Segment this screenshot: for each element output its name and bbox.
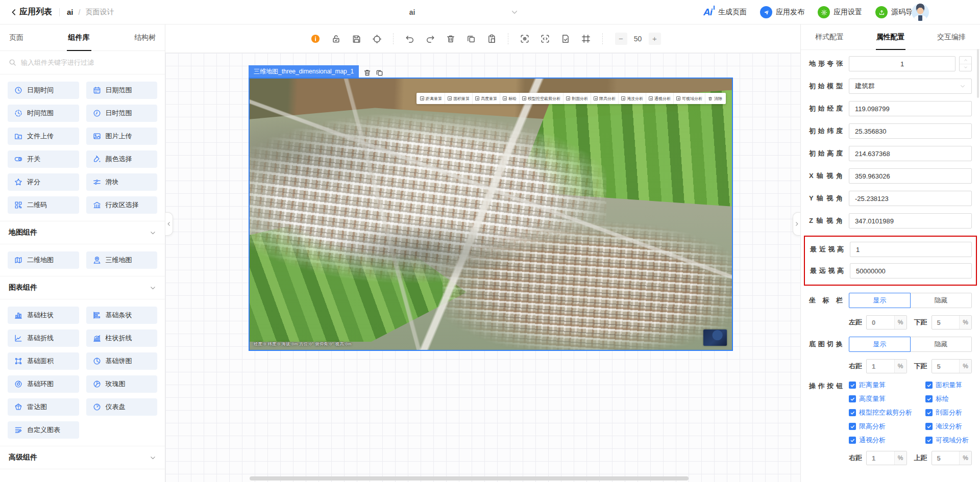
zoom-in-button[interactable]: +: [649, 33, 661, 45]
component-chip[interactable]: 基础环图: [8, 375, 79, 393]
frame-button[interactable]: [581, 34, 591, 43]
panel-scrollbar[interactable]: [977, 49, 979, 98]
map-tool-0[interactable]: 距离量算: [418, 93, 445, 104]
component-chip[interactable]: 柱状折线: [86, 329, 158, 347]
offset-input[interactable]: 5%: [932, 359, 972, 373]
sidebar-tab-1[interactable]: 组件库: [68, 24, 90, 51]
map-tool-9[interactable]: 可视域分析: [673, 93, 705, 104]
field-input[interactable]: 1: [850, 242, 972, 257]
action-checkbox-高度量算[interactable]: 高度量算: [849, 394, 925, 403]
component-chip[interactable]: 滑块: [86, 173, 158, 191]
section-header-1[interactable]: 图表组件: [0, 276, 165, 299]
component-chip[interactable]: 日期范围: [86, 82, 158, 99]
three-d-map-component[interactable]: 距离量算面积量算高度量算标绘模型挖空裁剪分析剖面分析限高分析淹没分析通视分析可视…: [249, 78, 733, 351]
design-canvas[interactable]: 三维地图_three_dimensional_map_1: [165, 53, 800, 482]
map-tool-10[interactable]: 清除: [705, 93, 725, 104]
component-chip[interactable]: 颜色选择: [86, 150, 158, 168]
avatar[interactable]: [912, 4, 929, 21]
info-button[interactable]: [311, 34, 320, 43]
page-select-dropdown[interactable]: ai: [306, 0, 518, 24]
map-tool-4[interactable]: 模型挖空裁剪分析: [519, 93, 563, 104]
field-input[interactable]: 214.637368: [849, 146, 972, 161]
back-button[interactable]: 应用列表: [10, 7, 52, 17]
paste-button[interactable]: [487, 34, 496, 43]
component-chip[interactable]: 文件上传: [8, 128, 79, 145]
number-stepper[interactable]: [959, 56, 972, 71]
component-chip[interactable]: 二维地图: [8, 251, 79, 269]
header-action-1[interactable]: 应用发布: [760, 6, 804, 18]
offset-input[interactable]: 0%: [866, 315, 907, 329]
field-input[interactable]: 1: [849, 56, 955, 71]
header-action-2[interactable]: 应用设置: [818, 6, 862, 18]
panel-tab-2[interactable]: 交互编排: [937, 24, 966, 50]
component-chip[interactable]: 基础折线: [8, 329, 79, 347]
component-chip[interactable]: 行政区选择: [86, 196, 158, 214]
step-down-button[interactable]: [960, 64, 971, 71]
collapse-right-panel-handle[interactable]: [793, 212, 800, 236]
action-checkbox-限高分析[interactable]: 限高分析: [849, 422, 925, 431]
component-chip[interactable]: 评分: [8, 173, 79, 191]
zoom-out-button[interactable]: −: [615, 33, 627, 45]
delete-component-button[interactable]: [363, 68, 371, 75]
horizontal-scrollbar[interactable]: [250, 476, 689, 480]
map-tool-3[interactable]: 标绘: [500, 93, 519, 104]
copy-component-button[interactable]: [376, 68, 383, 75]
undo-button[interactable]: [405, 34, 414, 43]
component-chip[interactable]: 时间范围: [8, 105, 79, 122]
target-button[interactable]: [372, 34, 381, 43]
component-chip[interactable]: 基础面积: [8, 352, 79, 370]
field-input[interactable]: 359.963026: [849, 168, 972, 184]
redo-button[interactable]: [426, 34, 435, 43]
panel-tab-1[interactable]: 属性配置: [876, 24, 905, 50]
sidebar-tab-2[interactable]: 结构树: [134, 24, 156, 51]
save-button[interactable]: [352, 34, 361, 43]
section-header-0[interactable]: 地图组件: [0, 221, 165, 244]
hide-button[interactable]: 隐藏: [911, 293, 972, 308]
component-chip[interactable]: 仪表盘: [86, 398, 158, 416]
doc-check-button[interactable]: [561, 34, 570, 43]
component-search[interactable]: 输入组件关键字进行过滤: [0, 51, 165, 74]
action-checkbox-通视分析[interactable]: 通视分析: [849, 436, 925, 445]
duplicate-button[interactable]: [467, 34, 476, 43]
component-chip[interactable]: 玫瑰图: [86, 375, 158, 393]
action-checkbox-标绘[interactable]: 标绘: [925, 394, 972, 403]
field-input[interactable]: -25.238123: [849, 191, 972, 206]
component-chip[interactable]: 三维地图: [86, 251, 158, 269]
hide-button[interactable]: 隐藏: [911, 337, 972, 352]
action-checkbox-淹没分析[interactable]: 淹没分析: [925, 422, 972, 431]
overview-map-widget[interactable]: [703, 329, 727, 346]
map-tool-1[interactable]: 面积量算: [445, 93, 472, 104]
collapse-left-panel-handle[interactable]: [165, 212, 173, 236]
action-checkbox-可视域分析[interactable]: 可视域分析: [925, 436, 972, 445]
map-tool-5[interactable]: 剖面分析: [563, 93, 591, 104]
component-chip[interactable]: 雷达图: [8, 398, 79, 416]
component-chip[interactable]: 二维码: [8, 196, 79, 214]
field-input[interactable]: 25.356830: [849, 123, 972, 139]
show-button[interactable]: 显示: [849, 337, 911, 352]
action-checkbox-面积量算[interactable]: 面积量算: [925, 380, 972, 390]
offset-input[interactable]: 1%: [866, 359, 907, 373]
offset-input[interactable]: 1%: [866, 451, 907, 465]
component-chip[interactable]: 图片上传: [86, 128, 158, 145]
show-button[interactable]: 显示: [849, 293, 911, 308]
preview-button[interactable]: [520, 34, 529, 43]
map-tool-8[interactable]: 通视分析: [646, 93, 673, 104]
component-chip[interactable]: 日期时间: [8, 82, 79, 99]
action-checkbox-剖面分析[interactable]: 剖面分析: [925, 408, 972, 417]
component-chip[interactable]: 日时范围: [86, 105, 158, 122]
action-checkbox-距离量算[interactable]: 距离量算: [849, 380, 925, 390]
map-tool-2[interactable]: 高度量算: [472, 93, 500, 104]
field-input[interactable]: 119.098799: [849, 101, 972, 116]
header-action-0[interactable]: Ai生成页面: [703, 7, 747, 18]
panel-tab-0[interactable]: 样式配置: [815, 24, 844, 50]
offset-input[interactable]: 5%: [932, 315, 972, 329]
component-chip[interactable]: 基础饼图: [86, 352, 158, 370]
offset-input[interactable]: 5%: [932, 451, 972, 465]
field-input[interactable]: 347.0101989: [849, 213, 972, 229]
step-up-button[interactable]: [960, 57, 971, 64]
component-chip[interactable]: 基础柱状: [8, 307, 79, 324]
delete-button[interactable]: [446, 34, 455, 43]
sidebar-tab-0[interactable]: 页面: [9, 24, 23, 51]
component-chip[interactable]: 基础条状: [86, 307, 158, 324]
field-select[interactable]: 建筑群: [849, 79, 972, 94]
